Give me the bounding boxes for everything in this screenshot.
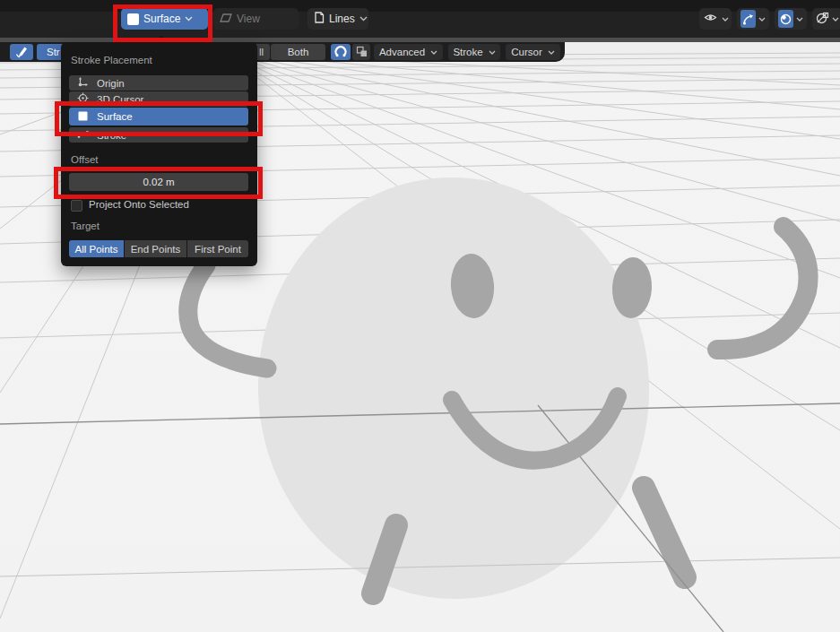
- project-onto-selected-label: Project Onto Selected: [89, 199, 189, 210]
- mask-toggle-button[interactable]: [352, 44, 370, 60]
- lines-dropdown-label: Lines: [329, 13, 355, 25]
- both-mode-label: Both: [288, 47, 309, 57]
- chevron-down-icon: [796, 17, 803, 22]
- guide-icon: [334, 45, 347, 59]
- chevron-down-icon: [359, 16, 368, 22]
- segment-label: First Point: [195, 244, 241, 255]
- stroke-placement-popover: Stroke Placement Origin 3D Cursor Surfac…: [61, 42, 257, 266]
- object-visibility-button[interactable]: [699, 8, 732, 30]
- target-all-points-button[interactable]: All Points: [69, 240, 124, 257]
- blender-window: Surface View Lines: [0, 0, 840, 632]
- lines-dropdown[interactable]: Lines: [307, 8, 368, 30]
- offset-label: Offset: [71, 154, 98, 165]
- origin-icon: [77, 76, 89, 90]
- fill-mode-label: ll: [259, 47, 264, 57]
- menu-item-origin[interactable]: Origin: [69, 75, 248, 91]
- popover-title: Stroke Placement: [71, 55, 152, 65]
- chevron-down-icon: [722, 17, 729, 22]
- menu-item-label: Origin: [97, 78, 125, 89]
- target-first-point-button[interactable]: First Point: [187, 240, 248, 257]
- page-icon: [314, 12, 325, 26]
- annotation-box-offset-field: [54, 167, 263, 199]
- guide-toggle-button[interactable]: [331, 44, 351, 60]
- view-plane-icon: [220, 13, 232, 26]
- xray-shading-button[interactable]: [812, 8, 840, 30]
- stroke-label: Stroke: [453, 47, 482, 57]
- chevron-down-icon: [758, 17, 766, 22]
- annotation-box-surface-dropdown: [113, 4, 212, 42]
- chevron-down-icon: [548, 50, 555, 55]
- project-onto-selected-checkbox[interactable]: [71, 200, 82, 212]
- chevron-down-icon: [489, 50, 496, 55]
- show-overlays-button[interactable]: [775, 8, 807, 30]
- segment-label: End Points: [131, 244, 181, 255]
- mask-icon: [356, 46, 368, 59]
- target-end-points-button[interactable]: End Points: [125, 240, 186, 257]
- overlays-icon: [778, 10, 793, 28]
- annotation-box-surface-item: [55, 101, 263, 136]
- gizmo-icon: [740, 10, 756, 28]
- draw-tool-button[interactable]: [10, 44, 33, 60]
- stroke-mode-label: Str: [47, 47, 60, 57]
- target-label: Target: [71, 221, 100, 231]
- advanced-dropdown[interactable]: Advanced: [374, 44, 443, 60]
- chevron-down-icon: [430, 50, 437, 55]
- cursor-label: Cursor: [511, 47, 542, 57]
- advanced-label: Advanced: [379, 47, 425, 57]
- draw-brush-icon: [14, 44, 29, 60]
- drawing-plane-dropdown[interactable]: View: [213, 8, 299, 30]
- xray-icon: [816, 12, 829, 27]
- stroke-dropdown[interactable]: Stroke: [448, 44, 500, 60]
- chevron-down-icon: [832, 17, 839, 22]
- cursor-dropdown[interactable]: Cursor: [506, 44, 560, 60]
- segment-label: All Points: [75, 244, 118, 255]
- show-gizmo-button[interactable]: [737, 8, 769, 30]
- both-mode-button[interactable]: Both: [271, 44, 325, 60]
- view-dropdown-label: View: [237, 13, 260, 25]
- visibility-icon: [704, 13, 717, 25]
